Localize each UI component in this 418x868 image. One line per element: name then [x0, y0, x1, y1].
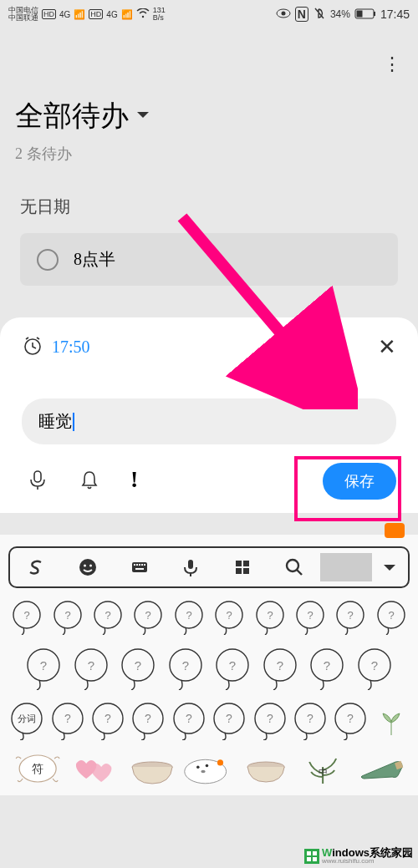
svg-point-2	[281, 12, 285, 16]
suggestion-bubble[interactable]: ?	[89, 600, 126, 635]
status-time: 17:45	[380, 8, 410, 21]
suggestion-bubble[interactable]: ?	[292, 702, 329, 740]
svg-text:中: 中	[319, 767, 328, 777]
reminder-time-button[interactable]: 17:50	[22, 335, 90, 360]
svg-text:?: ?	[104, 712, 111, 725]
suggestion-bubble[interactable]: ?	[171, 600, 207, 635]
suggestion-bubble[interactable]: ?	[212, 647, 253, 690]
svg-text:?: ?	[267, 609, 273, 622]
alarm-icon	[22, 335, 43, 360]
svg-text:?: ?	[348, 712, 354, 725]
svg-text:?: ?	[145, 609, 151, 622]
suggestion-bubble[interactable]: ?	[332, 702, 369, 740]
sogou-logo-icon[interactable]	[10, 557, 62, 577]
suggestion-bubble[interactable]: ?	[251, 600, 288, 635]
sticker-hearts[interactable]	[69, 750, 120, 787]
grid-apps-icon[interactable]	[217, 557, 268, 577]
sticker-seal[interactable]	[183, 750, 235, 787]
sprout-sticker[interactable]	[373, 702, 410, 740]
sticker-bowl[interactable]	[126, 750, 178, 787]
voice-input-icon[interactable]	[165, 557, 217, 577]
todo-checkbox[interactable]	[37, 249, 59, 271]
suggestion-bubble[interactable]: ?	[23, 647, 64, 690]
svg-point-24	[287, 560, 298, 571]
sticker-plant[interactable]: 中	[297, 750, 349, 787]
svg-rect-93	[313, 857, 317, 861]
add-todo-sheet: 17:50 ✕ 睡觉 ! 保存	[0, 317, 418, 513]
suggestion-bubble[interactable]: ?	[332, 600, 369, 635]
svg-text:?: ?	[229, 658, 236, 673]
wifi-icon	[136, 8, 150, 20]
suggestion-bubble[interactable]: ?	[118, 647, 159, 690]
suggestion-bubble[interactable]: ?	[71, 647, 112, 690]
svg-text:?: ?	[371, 658, 378, 673]
search-icon[interactable]	[268, 557, 320, 577]
close-button[interactable]: ✕	[378, 334, 396, 360]
svg-rect-14	[136, 564, 138, 566]
svg-text:分词: 分词	[18, 713, 36, 723]
svg-text:?: ?	[135, 658, 141, 673]
suggestion-bubble[interactable]: ?	[166, 647, 206, 690]
suggestion-bubble[interactable]: ?	[373, 600, 410, 635]
svg-rect-8	[34, 471, 41, 482]
net-4g-2: 4G	[106, 10, 117, 19]
svg-rect-12	[132, 562, 147, 572]
sticker-bowl-2[interactable]	[240, 750, 292, 787]
mic-icon[interactable]	[27, 469, 48, 494]
save-button[interactable]: 保存	[323, 463, 396, 500]
keyboard-panel: ? ? ? ? ? ? ? ? ? ? ? ? ? ? ? ? ? ? 分词 ?…	[0, 535, 418, 795]
suggestion-bubble[interactable]: ?	[260, 647, 301, 690]
sticker-bottle[interactable]	[354, 750, 406, 787]
svg-text:?: ?	[226, 712, 232, 725]
battery-icon	[354, 8, 376, 21]
suggestion-bubble[interactable]: ?	[292, 600, 329, 635]
net-4g-1: 4G	[59, 10, 70, 19]
suggestion-bubble[interactable]: ?	[130, 600, 166, 635]
status-right: N 34% 17:45	[276, 7, 410, 22]
net-speed: 131B/s	[153, 7, 166, 22]
priority-icon[interactable]: !	[130, 469, 138, 494]
suggestion-row-2: ? ? ? ? ? ? ? ?	[8, 647, 410, 690]
suggestion-bubble[interactable]: ?	[48, 600, 85, 635]
todo-input[interactable]: 睡觉	[22, 398, 396, 444]
title-dropdown[interactable]: 全部待办	[15, 97, 403, 135]
suggestion-bubble[interactable]: ?	[89, 702, 126, 740]
suggestion-bubble[interactable]: ?	[171, 702, 207, 740]
sticker-fu[interactable]: 符	[12, 750, 64, 787]
suggestion-bubble[interactable]: ?	[130, 702, 166, 740]
keyboard-icon[interactable]	[114, 557, 166, 577]
svg-text:?: ?	[227, 609, 232, 622]
suggestion-bubble[interactable]: ?	[211, 600, 247, 635]
suggestion-bubble[interactable]: ?	[251, 702, 288, 740]
suggestion-bubble[interactable]: ?	[211, 702, 247, 740]
suggestion-row-1: ? ? ? ? ? ? ? ? ? ?	[8, 600, 410, 635]
svg-text:?: ?	[145, 712, 152, 725]
suggestion-bubble[interactable]: ?	[354, 647, 395, 690]
svg-text:?: ?	[104, 609, 110, 622]
suggestion-bubble[interactable]: ?	[8, 600, 45, 635]
fenci-bubble[interactable]: 分词	[8, 702, 45, 740]
carrier-2: 中国联通	[8, 14, 38, 22]
more-menu-button[interactable]: ⋮	[383, 53, 401, 75]
svg-rect-13	[134, 564, 135, 566]
bell-icon[interactable]	[79, 469, 100, 494]
ime-switch-badge[interactable]	[385, 523, 405, 538]
hd-badge-1: HD	[42, 9, 56, 19]
todo-text: 8点半	[74, 248, 115, 271]
suggestion-bubble[interactable]: ?	[48, 702, 85, 740]
svg-point-9	[79, 559, 96, 576]
collapse-keyboard-icon[interactable]	[372, 557, 408, 577]
suggestion-bubble[interactable]: ?	[307, 647, 348, 690]
svg-rect-17	[144, 564, 145, 566]
svg-rect-22	[236, 568, 242, 574]
todo-item[interactable]: 8点半	[20, 233, 398, 286]
watermark-url: www.ruishifu.com	[322, 858, 413, 865]
svg-rect-91	[313, 851, 317, 855]
emoji-icon[interactable]	[62, 557, 114, 577]
svg-text:?: ?	[186, 712, 192, 725]
carrier-labels: 中国电信 中国联通	[8, 7, 38, 22]
subtitle: 2 条待办	[15, 144, 403, 164]
svg-text:?: ?	[324, 658, 330, 673]
svg-text:?: ?	[307, 712, 314, 725]
status-left: 中国电信 中国联通 HD 4G 📶 HD 4G 📶 131B/s	[8, 7, 166, 22]
